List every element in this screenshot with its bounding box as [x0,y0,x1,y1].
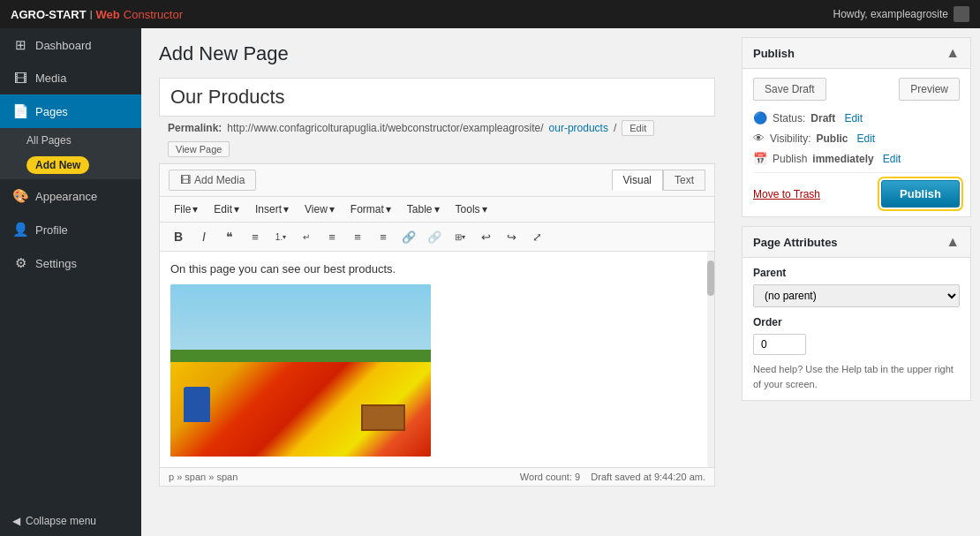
redo-button[interactable]: ↪ [500,226,523,247]
menu-file[interactable]: File ▾ [167,200,205,218]
sidebar-item-label: Pages [35,105,68,118]
align-right-button[interactable]: ≡ [372,226,395,247]
sidebar-item-label: Dashboard [35,39,92,52]
logo-web: Web [96,8,120,21]
publish-when: immediately [812,153,873,165]
collapse-label: Collapse menu [26,515,96,527]
page-title: Add New Page [159,42,715,65]
parent-select[interactable]: (no parent) [753,284,960,307]
indent-button[interactable]: ↵ [295,226,318,247]
visibility-label: Visibility: [770,132,810,145]
media-icon: 🎞 [12,71,28,86]
menu-edit[interactable]: Edit ▾ [207,200,246,218]
menu-tools[interactable]: Tools ▾ [449,200,494,218]
view-page-button[interactable]: View Page [168,141,230,157]
publish-edit-link[interactable]: Edit [883,153,901,165]
attributes-panel-body: Parent (no parent) Order Need help? Use … [743,258,970,400]
sidebar-item-add-new[interactable]: Add New [26,156,89,174]
fullscreen-button[interactable]: ⤢ [525,226,548,247]
logo-agro: AGRO-START [11,8,87,21]
menu-table[interactable]: Table ▾ [400,200,447,218]
link-button[interactable]: 🔗 [397,226,420,247]
undo-button[interactable]: ↩ [474,226,497,247]
sidebar-item-label: Profile [35,223,68,237]
pages-submenu: All Pages Add New [0,128,141,179]
bold-button[interactable]: B [167,226,190,247]
save-draft-button[interactable]: Save Draft [753,78,826,101]
sidebar-item-dashboard[interactable]: ⊞ Dashboard [0,28,141,62]
publish-panel-title: Publish [753,47,795,60]
image-crate [361,404,405,431]
editor-content-text[interactable]: On this page you can see our best produc… [170,262,704,276]
menu-view[interactable]: View ▾ [298,200,342,218]
sidebar-item-appearance[interactable]: 🎨 Appearance [0,179,141,213]
visibility-edit-link[interactable]: Edit [856,132,875,145]
sidebar-item-settings[interactable]: ⚙ Settings [0,246,141,280]
publish-panel-body: Save Draft Preview 🔵 Status: Draft Edit … [743,69,970,216]
media-toolbar: 🎞 Add Media Visual Text [160,164,714,197]
add-media-button[interactable]: 🎞 Add Media [169,170,256,191]
format-toolbar: B I ❝ ≡ 1. ▾ ↵ ≡ ≡ ≡ 🔗 🔗 ⊞▾ ↩ ↪ ⤢ [160,223,714,252]
tab-text[interactable]: Text [663,170,705,191]
menu-tools-arrow: ▾ [482,203,487,215]
editor-status: p » span » span Word count: 9 Draft save… [160,467,714,486]
publish-button[interactable]: Publish [881,180,960,208]
logo-separator: | [90,9,93,19]
visual-text-tabs: Visual Text [612,170,705,191]
tab-visual[interactable]: Visual [612,170,663,191]
menu-file-arrow: ▾ [192,203,198,215]
menu-view-arrow: ▾ [329,203,335,215]
status-icon: 🔵 [753,111,767,125]
publish-collapse-button[interactable]: ▲ [946,45,960,61]
collapse-menu[interactable]: ◀ Collapse menu [0,506,141,536]
topbar-user[interactable]: Howdy, exampleagrosite [833,6,969,22]
attributes-panel-header: Page Attributes ▲ [743,227,970,258]
topbar-logo: AGRO-START | Web Constructor [11,8,183,21]
unlink-button[interactable]: 🔗 [423,226,446,247]
italic-button[interactable]: I [192,226,215,247]
sidebar-item-label: Settings [35,257,77,270]
add-media-icon: 🎞 [180,174,191,186]
order-input[interactable] [753,334,806,355]
table-button[interactable]: ⊞▾ [449,226,471,247]
sidebar-item-profile[interactable]: 👤 Profile [0,213,141,246]
path-display: p » span » span [169,472,237,482]
status-edit-link[interactable]: Edit [844,112,863,125]
editor-image [170,284,431,457]
dashboard-icon: ⊞ [12,37,28,53]
edit-slug-button[interactable]: Edit [622,120,654,136]
editor-scrollbar[interactable] [707,252,714,467]
blockquote-button[interactable]: ❝ [218,226,241,247]
visibility-value: Public [816,132,848,145]
right-panel: Publish ▲ Save Draft Preview 🔵 Status: D… [733,28,980,536]
preview-button[interactable]: Preview [899,78,960,101]
sidebar-item-label: Appearance [35,190,97,203]
align-left-button[interactable]: ≡ [320,226,343,247]
publish-visibility-row: 👁 Visibility: Public Edit [753,132,960,145]
menu-format[interactable]: Format ▾ [343,200,398,218]
permalink-slug[interactable]: our-products [549,122,608,134]
topbar: AGRO-START | Web Constructor Howdy, exam… [0,0,980,28]
image-sky [170,284,431,353]
post-title-input[interactable] [159,78,715,117]
align-center-button[interactable]: ≡ [346,226,369,247]
sidebar-item-pages[interactable]: 📄 Pages [0,94,141,128]
draft-saved: Draft saved at 9:44:20 am. [591,472,705,482]
menu-insert[interactable]: Insert ▾ [248,200,296,218]
word-count-value: 9 [575,472,580,482]
editor-menu-bar: File ▾ Edit ▾ Insert ▾ View ▾ Format ▾ [160,197,714,223]
editor-body[interactable]: On this page you can see our best produc… [160,252,714,467]
attributes-collapse-button[interactable]: ▲ [946,234,960,250]
publish-status-row: 🔵 Status: Draft Edit [753,111,960,125]
collapse-icon: ◀ [12,515,20,527]
logo-constructor: Constructor [124,8,183,21]
attributes-panel-title: Page Attributes [753,236,838,249]
sidebar-item-media[interactable]: 🎞 Media [0,62,141,94]
editor-scrollbar-thumb[interactable] [707,260,714,296]
visibility-icon: 👁 [753,132,765,145]
move-to-trash-button[interactable]: Move to Trash [753,188,820,200]
menu-insert-label: Insert [255,203,282,215]
unordered-list-button[interactable]: ≡ [244,226,267,247]
sidebar-item-all-pages[interactable]: All Pages [0,128,141,153]
ordered-list-button[interactable]: 1. ▾ [269,226,292,247]
